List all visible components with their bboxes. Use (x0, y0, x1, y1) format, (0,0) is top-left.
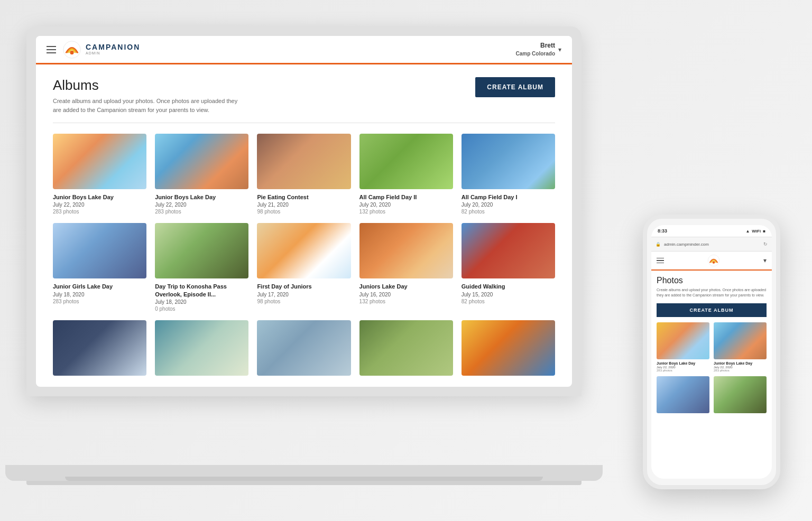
logo-text: CAMPANION ADMIN (86, 43, 140, 55)
phone-hamburger[interactable] (657, 258, 664, 264)
album-thumbnail (53, 134, 146, 189)
album-name: Junior Boys Lake Day (155, 193, 248, 201)
laptop-base (5, 465, 603, 481)
album-card[interactable] (359, 320, 453, 380)
user-dropdown-chevron[interactable]: ▾ (558, 46, 561, 53)
phone-content: Photos Create albums and upload your pho… (651, 271, 772, 466)
page-title-section: Albums Create albums and upload your pho… (53, 77, 243, 114)
phone-time: 8:33 (658, 228, 667, 234)
album-date: July 20, 2020 (359, 202, 453, 208)
album-card[interactable]: Guided WalkingJuly 15, 202082 photos (462, 223, 555, 312)
album-name: Day Trip to Konosha Pass Overlook, Episo… (155, 283, 248, 298)
album-card[interactable]: Pie Eating ContestJuly 21, 202098 photos (257, 134, 350, 215)
phone: 8:33 ▲ WiFi ■ 🔒 admin.campminder.com ↻ (643, 215, 780, 489)
album-card[interactable]: Junior Girls Lake DayJuly 18, 2020283 ph… (53, 223, 146, 312)
phone-app-header: ▾ (651, 252, 772, 271)
user-camp-text: Camp Colorado (516, 50, 555, 57)
create-album-button[interactable]: CREATE ALBUM (475, 77, 555, 97)
album-card[interactable] (53, 320, 146, 380)
album-count: 132 photos (359, 209, 453, 215)
phone-album-thumbnail (657, 376, 709, 413)
album-thumbnail (359, 223, 453, 278)
page-title: Albums (53, 77, 243, 94)
album-name: Guided Walking (462, 283, 555, 290)
phone-wifi-icon: WiFi (752, 229, 761, 234)
phone-album-card[interactable] (714, 376, 767, 415)
album-date: July 15, 2020 (462, 292, 555, 297)
album-count: 283 photos (53, 299, 146, 304)
album-thumbnail (155, 223, 248, 278)
phone-album-name: Junior Boys Lake Day (657, 361, 709, 366)
album-name: Pie Eating Contest (257, 193, 350, 201)
album-count: 283 photos (155, 209, 248, 215)
phone-album-card[interactable] (657, 376, 709, 415)
album-card[interactable] (462, 320, 555, 380)
phone-albums-grid: Junior Boys Lake DayJuly 22, 2020283 pho… (657, 322, 767, 415)
logo-main-text: CAMPANION (86, 43, 140, 51)
phone-status-bar: 8:33 ▲ WiFi ■ (651, 225, 772, 237)
phone-status-right: ▲ WiFi ■ (745, 229, 765, 234)
logo-icon (62, 40, 81, 59)
album-card[interactable]: First Day of JuniorsJuly 17, 202098 phot… (257, 223, 350, 312)
album-count: 82 photos (462, 209, 555, 215)
album-thumbnail (462, 134, 555, 189)
album-count: 283 photos (53, 209, 146, 215)
album-name: Junior Boys Lake Day (53, 193, 146, 201)
phone-header-chevron[interactable]: ▾ (763, 257, 767, 264)
user-name-text: Brett (516, 42, 555, 50)
album-name: All Camp Field Day I (462, 193, 555, 201)
album-card[interactable]: All Camp Field Day IIJuly 20, 2020132 ph… (359, 134, 453, 215)
phone-album-thumbnail (714, 322, 767, 359)
phone-album-card[interactable]: Junior Boys Lake DayJuly 22, 2020283 pho… (714, 322, 767, 372)
album-thumbnail (257, 223, 350, 278)
header-left: CAMPANION ADMIN (47, 40, 140, 59)
phone-create-album-button[interactable]: CREATE ALBUM (657, 303, 767, 317)
album-card[interactable]: Day Trip to Konosha Pass Overlook, Episo… (155, 223, 248, 312)
album-thumbnail (257, 134, 350, 189)
page-header: Albums Create albums and upload your pho… (53, 77, 555, 123)
album-date: July 21, 2020 (257, 202, 350, 208)
phone-signal-icon: ▲ (745, 229, 750, 234)
phone-page-title: Photos (657, 276, 767, 285)
scene: CAMPANION ADMIN Brett Camp Colorado ▾ (0, 0, 812, 521)
album-card[interactable]: Juniors Lake DayJuly 16, 2020132 photos (359, 223, 453, 312)
phone-album-count: 283 photos (657, 369, 709, 372)
album-card[interactable] (155, 320, 248, 380)
phone-battery-icon: ■ (763, 229, 765, 234)
phone-screen: 8:33 ▲ WiFi ■ 🔒 admin.campminder.com ↻ (651, 225, 772, 479)
album-name: Junior Girls Lake Day (53, 283, 146, 290)
album-count: 98 photos (257, 209, 350, 215)
phone-album-card[interactable]: Junior Boys Lake DayJuly 22, 2020283 pho… (657, 322, 709, 372)
album-count: 98 photos (257, 299, 350, 304)
albums-grid: Junior Boys Lake DayJuly 22, 2020283 pho… (53, 134, 555, 380)
album-count: 82 photos (462, 299, 555, 304)
svg-point-1 (70, 50, 73, 54)
album-thumbnail (359, 320, 453, 376)
album-card[interactable]: Junior Boys Lake DayJuly 22, 2020283 pho… (155, 134, 248, 215)
user-info: Brett Camp Colorado (516, 42, 555, 57)
album-thumbnail (53, 320, 146, 376)
app-header: CAMPANION ADMIN Brett Camp Colorado ▾ (36, 36, 572, 64)
album-date: July 18, 2020 (53, 292, 146, 297)
phone-page-desc: Create albums and upload your photos. On… (657, 287, 767, 298)
album-card[interactable]: All Camp Field Day IJuly 20, 202082 phot… (462, 134, 555, 215)
album-count: 0 photos (155, 306, 248, 312)
album-date: July 16, 2020 (359, 292, 453, 297)
album-thumbnail (359, 134, 453, 189)
page-description: Create albums and upload your photos. On… (53, 97, 243, 114)
phone-address-bar: 🔒 admin.campminder.com ↻ (651, 237, 772, 252)
header-right: Brett Camp Colorado ▾ (516, 42, 561, 57)
app-content: Albums Create albums and upload your pho… (36, 64, 572, 387)
album-thumbnail (53, 223, 146, 278)
phone-logo-icon (707, 254, 720, 267)
album-date: July 22, 2020 (53, 202, 146, 208)
album-card[interactable]: Junior Boys Lake DayJuly 22, 2020283 pho… (53, 134, 146, 215)
album-thumbnail (257, 320, 350, 376)
hamburger-menu[interactable] (47, 46, 56, 53)
album-card[interactable] (257, 320, 350, 380)
album-date: July 22, 2020 (155, 202, 248, 208)
album-date: July 20, 2020 (462, 202, 555, 208)
refresh-icon: ↻ (763, 241, 768, 247)
album-name: First Day of Juniors (257, 283, 350, 290)
phone-album-count: 283 photos (714, 369, 767, 372)
